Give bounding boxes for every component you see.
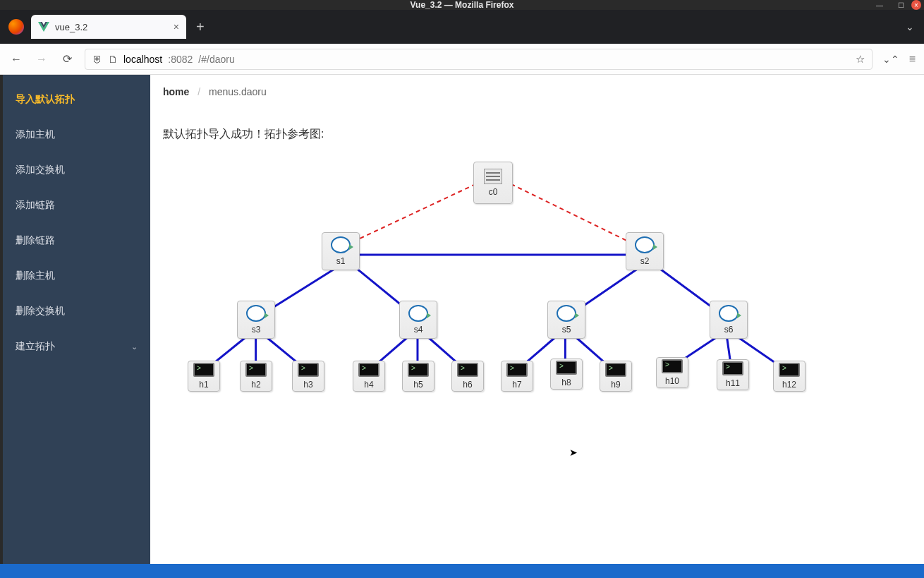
node-switch-s5[interactable]: s5 bbox=[547, 301, 585, 339]
vue-favicon-icon bbox=[38, 21, 49, 32]
node-label: s3 bbox=[252, 325, 261, 335]
close-icon[interactable]: × bbox=[911, 0, 921, 10]
sidebar: 导入默认拓扑 添加主机 添加交换机 添加链路 删除链路 删除主机 删除交换机 建… bbox=[3, 75, 150, 564]
node-host-h4[interactable]: h4 bbox=[353, 361, 385, 392]
host-icon bbox=[298, 363, 319, 377]
host-icon bbox=[556, 361, 577, 375]
node-controller-c0[interactable]: c0 bbox=[473, 162, 513, 204]
forward-button[interactable]: → bbox=[34, 53, 49, 66]
node-switch-s3[interactable]: s3 bbox=[237, 301, 275, 339]
main: home / menus.daoru 默认拓扑导入成功！拓扑参考图: bbox=[150, 75, 921, 564]
node-host-h12[interactable]: h12 bbox=[773, 361, 806, 392]
shield-icon[interactable]: ⛨ bbox=[92, 54, 102, 65]
node-switch-s4[interactable]: s4 bbox=[399, 301, 437, 339]
pocket-icon[interactable]: ⌄⌃ bbox=[882, 54, 899, 65]
sidebar-item-del-host[interactable]: 删除主机 bbox=[3, 258, 150, 294]
node-label: h8 bbox=[561, 378, 571, 387]
switch-icon bbox=[331, 236, 351, 253]
node-switch-s6[interactable]: s6 bbox=[710, 301, 748, 339]
node-label: s2 bbox=[640, 256, 650, 266]
cursor-icon: ➤ bbox=[569, 447, 578, 458]
server-icon bbox=[484, 169, 502, 184]
reload-button[interactable]: ⟳ bbox=[59, 52, 75, 66]
tab-title: vue_3.2 bbox=[55, 22, 168, 32]
node-label: s4 bbox=[414, 325, 423, 335]
maximize-icon[interactable]: ☐ bbox=[890, 0, 911, 10]
svg-line-3 bbox=[504, 181, 641, 248]
sidebar-item-label: 添加交换机 bbox=[16, 164, 65, 176]
host-icon bbox=[193, 363, 214, 377]
node-host-h9[interactable]: h9 bbox=[600, 361, 632, 392]
url-host: localhost bbox=[123, 54, 162, 65]
node-label: h1 bbox=[199, 380, 208, 390]
node-host-h8[interactable]: h8 bbox=[550, 359, 583, 390]
node-label: h7 bbox=[512, 380, 521, 390]
new-tab-button[interactable]: + bbox=[196, 19, 205, 35]
node-host-h6[interactable]: h6 bbox=[451, 361, 484, 392]
host-icon bbox=[779, 363, 800, 377]
node-host-h1[interactable]: h1 bbox=[188, 361, 220, 392]
host-icon bbox=[506, 363, 528, 377]
content: 导入默认拓扑 添加主机 添加交换机 添加链路 删除链路 删除主机 删除交换机 建… bbox=[3, 75, 921, 564]
host-icon bbox=[457, 363, 478, 377]
footer-bar bbox=[0, 564, 924, 578]
node-switch-s1[interactable]: s1 bbox=[322, 232, 360, 270]
switch-icon bbox=[246, 305, 266, 322]
sidebar-item-label: 添加链路 bbox=[16, 199, 55, 212]
node-switch-s2[interactable]: s2 bbox=[626, 232, 664, 270]
os-titlebar: Vue_3.2 — Mozilla Firefox — ☐ × bbox=[0, 0, 924, 10]
node-host-h10[interactable]: h10 bbox=[656, 357, 688, 388]
url-path: /#/daoru bbox=[198, 54, 234, 65]
host-icon bbox=[358, 363, 379, 377]
sidebar-item-add-switch[interactable]: 添加交换机 bbox=[3, 152, 150, 188]
node-host-h11[interactable]: h11 bbox=[717, 359, 749, 390]
sidebar-item-label: 添加主机 bbox=[16, 128, 55, 141]
all-tabs-chevron-icon[interactable]: ⌄ bbox=[906, 21, 914, 32]
sidebar-item-label: 导入默认拓扑 bbox=[16, 93, 75, 106]
breadcrumb: home / menus.daoru bbox=[163, 86, 908, 97]
host-icon bbox=[605, 363, 626, 377]
switch-icon bbox=[719, 305, 738, 322]
url-input[interactable]: ⛨ 🗋 localhost:8082/#/daoru ☆ bbox=[85, 49, 873, 70]
sidebar-item-build-topo[interactable]: 建立拓扑⌄ bbox=[3, 329, 150, 364]
crumb-current: menus.daoru bbox=[209, 86, 267, 97]
sidebar-item-del-link[interactable]: 删除链路 bbox=[3, 223, 150, 258]
node-label: h10 bbox=[665, 376, 679, 386]
node-label: h5 bbox=[413, 380, 423, 390]
url-port: :8082 bbox=[168, 54, 193, 65]
firefox-logo-icon bbox=[8, 19, 24, 35]
sidebar-item-label: 删除交换机 bbox=[16, 305, 65, 318]
bookmark-star-icon[interactable]: ☆ bbox=[856, 53, 865, 66]
tab-close-icon[interactable]: × bbox=[174, 21, 179, 32]
host-icon bbox=[408, 363, 429, 377]
switch-icon bbox=[635, 236, 655, 253]
tabstrip: vue_3.2 × + ⌄ bbox=[0, 10, 924, 44]
tab-vue[interactable]: vue_3.2 × bbox=[31, 15, 186, 39]
crumb-sep: / bbox=[197, 86, 200, 97]
sidebar-item-import[interactable]: 导入默认拓扑 bbox=[3, 82, 150, 117]
host-icon bbox=[662, 359, 683, 373]
node-label: h2 bbox=[251, 380, 260, 390]
back-button[interactable]: ← bbox=[8, 53, 24, 66]
switch-icon bbox=[557, 305, 576, 322]
node-host-h3[interactable]: h3 bbox=[292, 361, 324, 392]
lock-icon[interactable]: 🗋 bbox=[108, 54, 118, 65]
node-host-h5[interactable]: h5 bbox=[402, 361, 434, 392]
sidebar-item-del-switch[interactable]: 删除交换机 bbox=[3, 294, 150, 329]
node-host-h2[interactable]: h2 bbox=[240, 361, 272, 392]
address-bar: ← → ⟳ ⛨ 🗋 localhost:8082/#/daoru ☆ ⌄⌃ ≡ bbox=[0, 44, 924, 75]
node-label: h3 bbox=[303, 380, 312, 390]
hamburger-menu-icon[interactable]: ≡ bbox=[909, 53, 916, 66]
node-host-h7[interactable]: h7 bbox=[501, 361, 533, 392]
chevron-down-icon: ⌄ bbox=[131, 342, 138, 351]
node-label: s6 bbox=[724, 325, 734, 335]
sidebar-item-add-link[interactable]: 添加链路 bbox=[3, 188, 150, 223]
sidebar-item-add-host[interactable]: 添加主机 bbox=[3, 117, 150, 152]
node-label: h11 bbox=[726, 378, 740, 388]
window-title: Vue_3.2 — Mozilla Firefox bbox=[411, 0, 514, 10]
crumb-home[interactable]: home bbox=[163, 86, 189, 97]
host-icon bbox=[722, 361, 743, 375]
svg-line-2 bbox=[340, 181, 482, 248]
minimize-icon[interactable]: — bbox=[869, 0, 890, 10]
node-label: h4 bbox=[364, 380, 373, 390]
